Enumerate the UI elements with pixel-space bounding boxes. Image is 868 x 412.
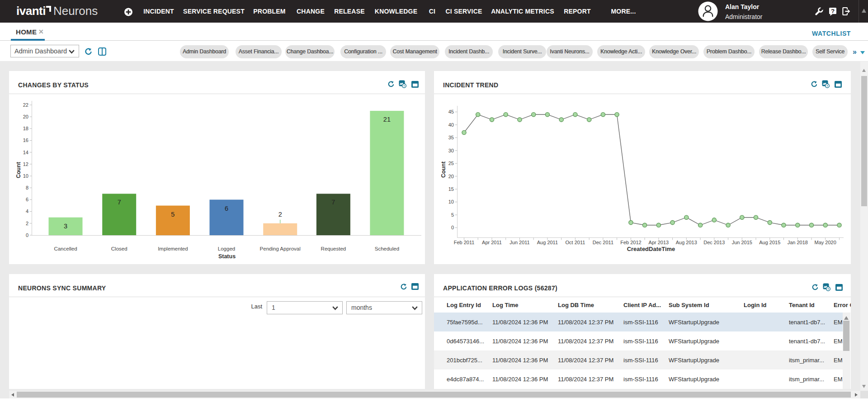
svg-text:16: 16 <box>23 137 28 143</box>
svg-text:Jan 2018: Jan 2018 <box>788 240 808 245</box>
svg-text:10: 10 <box>23 173 28 179</box>
svg-text:18: 18 <box>23 126 28 131</box>
svg-text:15: 15 <box>448 186 454 192</box>
svg-text:4: 4 <box>26 208 28 214</box>
svg-text:Status: Status <box>218 253 236 260</box>
svg-text:Apr 2013: Apr 2013 <box>649 240 669 245</box>
svg-text:6: 6 <box>26 197 28 202</box>
svg-text:Apr 2011: Apr 2011 <box>482 240 502 245</box>
svg-text:8: 8 <box>26 185 28 190</box>
svg-text:7: 7 <box>118 199 121 206</box>
svg-text:?: ? <box>831 8 835 14</box>
svg-text:CreatedDateTime: CreatedDateTime <box>627 246 675 252</box>
svg-text:5: 5 <box>451 212 454 218</box>
svg-text:45: 45 <box>448 109 454 114</box>
svg-text:12: 12 <box>23 161 28 167</box>
svg-text:Requested: Requested <box>321 246 346 251</box>
svg-text:Scheduled: Scheduled <box>375 246 399 251</box>
svg-text:35: 35 <box>448 135 454 140</box>
svg-text:Jun 2011: Jun 2011 <box>509 240 529 245</box>
svg-text:25: 25 <box>448 161 454 166</box>
svg-text:2: 2 <box>278 211 282 218</box>
svg-text:Dec 2013: Dec 2013 <box>703 240 725 245</box>
svg-text:Cancelled: Cancelled <box>54 246 77 251</box>
svg-text:20: 20 <box>448 174 454 179</box>
svg-text:Dec 2011: Dec 2011 <box>593 240 613 245</box>
svg-text:May 2020: May 2020 <box>815 240 836 245</box>
svg-text:Count: Count <box>440 161 447 178</box>
svg-text:Pending Approval: Pending Approval <box>260 246 301 251</box>
svg-text:14: 14 <box>23 150 28 155</box>
svg-text:Aug 2015: Aug 2015 <box>759 240 780 245</box>
svg-text:Jun 2015: Jun 2015 <box>732 240 752 245</box>
svg-text:6: 6 <box>225 205 228 212</box>
svg-text:21: 21 <box>383 116 391 123</box>
svg-text:10: 10 <box>448 199 454 204</box>
svg-text:Oct 2011: Oct 2011 <box>565 240 585 245</box>
svg-text:Count: Count <box>15 161 22 178</box>
svg-text:40: 40 <box>448 122 454 128</box>
svg-text:0: 0 <box>451 225 454 230</box>
svg-text:5: 5 <box>171 211 175 218</box>
svg-text:Closed: Closed <box>111 246 127 251</box>
svg-text:3: 3 <box>64 223 67 230</box>
svg-text:7: 7 <box>331 199 335 206</box>
svg-text:Aug 2013: Aug 2013 <box>676 240 697 245</box>
svg-text:Feb 2012: Feb 2012 <box>620 240 641 245</box>
svg-text:Logged: Logged <box>218 246 235 251</box>
svg-text:Aug 2011: Aug 2011 <box>537 240 558 245</box>
svg-text:Implemented: Implemented <box>158 246 188 251</box>
svg-text:0: 0 <box>26 232 28 238</box>
svg-text:20: 20 <box>23 114 28 119</box>
svg-text:22: 22 <box>23 102 28 108</box>
svg-text:Feb 2011: Feb 2011 <box>454 240 475 245</box>
svg-text:2: 2 <box>26 221 28 226</box>
svg-text:30: 30 <box>448 148 454 153</box>
